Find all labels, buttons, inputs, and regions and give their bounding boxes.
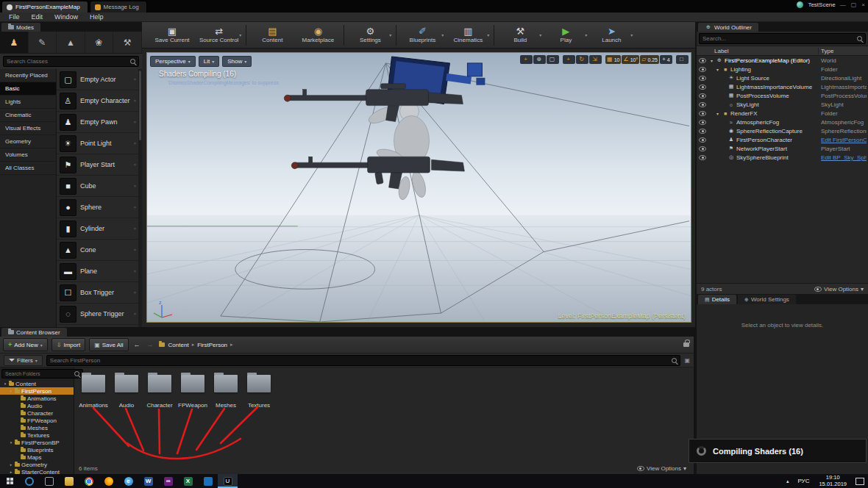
visibility-eye-icon[interactable] [699,102,706,107]
visibility-eye-icon[interactable] [699,58,706,63]
expander-arrow-icon[interactable]: ▸ [9,462,13,467]
menu-item[interactable]: Help [84,13,110,21]
task-view-icon[interactable] [39,474,59,488]
dropdown-caret-icon[interactable]: ▾ [585,32,587,37]
visual-studio-icon[interactable]: ∞ [158,474,178,488]
drag-grip-icon[interactable]: ◦ [134,118,136,126]
folder-tree-row[interactable]: Blueprints [0,446,74,453]
folder-tree-row[interactable]: ▾ FirstPersonBP [0,439,74,446]
placeable-item[interactable]: ▮ Cylinder ◦ [57,218,142,240]
placeable-item[interactable]: ▢ Empty Actor ◦ [57,69,142,90]
visibility-eye-icon[interactable] [699,129,706,134]
outliner-row[interactable]: ⚑ NetworkPlayerStart PlayerStart [697,144,868,153]
language-indicator[interactable]: РУС [793,478,814,484]
save-all-button[interactable]: ▣ Save All [89,338,128,351]
import-button[interactable]: ⇩ Import [51,338,85,351]
play-button[interactable]: ▶ ▾ Play [543,23,588,48]
add-new-button[interactable]: + Add New ▾ [3,338,48,351]
drag-grip-icon[interactable]: ◦ [134,310,136,317]
column-type[interactable]: Type [818,48,868,54]
expander-arrow-icon[interactable]: ▾ [715,67,720,72]
save-current-button[interactable]: ▣ Save Current [149,23,195,48]
filters-button[interactable]: Filters ▾ [4,355,43,366]
start-button[interactable] [0,474,19,488]
outliner-row[interactable]: ▾ ⊕ FirstPersonExampleMap (Editor) World [697,56,868,65]
outliner-search-input[interactable] [702,35,855,42]
lit-button[interactable]: Lit ▾ [199,56,219,67]
folder-tree-row[interactable]: ▾ FirstPerson [0,387,74,395]
outliner-row[interactable]: ▾ ■ RenderFX Folder [697,109,868,118]
forward-button[interactable]: → [146,341,155,348]
outliner-row[interactable]: ▦ LightmassImportanceVolume LightmassImp… [697,82,868,91]
menu-item[interactable]: Window [49,13,84,21]
placeable-item[interactable]: ● Sphere ◦ [57,197,142,218]
geometry-mode-tab[interactable]: ⚒ [113,32,142,53]
grid-snap-toggle[interactable]: ▦ 10 [605,55,621,64]
world-space-icon[interactable]: ⊕ [533,55,546,64]
action-center-icon[interactable] [852,474,868,488]
expander-arrow-icon[interactable]: ▾ [709,58,714,63]
modes-category[interactable]: Volumes [0,148,56,162]
visibility-eye-icon[interactable] [699,155,706,160]
content-folder-tile[interactable]: Textures [246,375,272,409]
place-mode-tab[interactable]: ♟ [0,32,29,53]
modes-category[interactable]: Visual Effects [0,122,56,135]
scale-snap-toggle[interactable]: ▱ 0.25 [640,55,659,64]
outliner-row[interactable]: ▦ PostProcessVolume PostProcessVolum [697,91,868,100]
lock-icon[interactable] [683,342,689,347]
window-button[interactable]: × [861,1,865,8]
breadcrumb-item[interactable]: Content [168,342,189,348]
window-button[interactable]: — [840,1,846,8]
search-classes-input[interactable] [7,58,128,65]
dropdown-caret-icon[interactable]: ▾ [487,32,489,37]
content-folder-tile[interactable]: Audio [113,375,140,409]
perspective-button[interactable]: Perspective ▾ [150,56,196,67]
outliner-row[interactable]: ☀ Light Source DirectionalLight [697,73,868,82]
visibility-eye-icon[interactable] [699,146,706,151]
folder-tree-row[interactable]: Textures [0,431,74,439]
gizmo-cycle-icon[interactable]: + [520,55,533,64]
content-search-input[interactable] [50,357,670,364]
excel-icon[interactable]: X [178,474,198,488]
modes-tab[interactable]: Modes [1,23,40,32]
modes-category[interactable]: Recently Placed [0,69,56,82]
placeable-item[interactable]: ■ Cube ◦ [57,176,142,197]
drag-grip-icon[interactable]: ◦ [134,246,136,254]
landscape-mode-tab[interactable]: ▲ [57,32,85,53]
back-button[interactable]: ← [132,341,142,348]
search-folders-input[interactable] [5,371,72,376]
outliner-view-options[interactable]: View Options ▾ [814,286,864,293]
placeable-item[interactable]: ☐ Box Trigger ◦ [57,282,142,304]
show-button[interactable]: Show ▾ [222,56,252,67]
visibility-eye-icon[interactable] [699,120,706,125]
folder-tree-row[interactable]: Meshes [0,424,74,431]
cinematics-button[interactable]: ▥ ▾ Cinematics [445,23,491,48]
outliner-row[interactable]: ≈ AtmosphericFog AtmosphericFog [697,118,868,126]
drag-grip-icon[interactable]: ◦ [134,204,136,211]
placeable-item[interactable]: ⚑ Player Start ◦ [57,154,142,176]
dropdown-caret-icon[interactable]: ▾ [441,32,444,37]
source-control-button[interactable]: ⇄ ▾ Source Control [195,23,243,48]
menu-item[interactable]: File [3,13,26,21]
unreal-editor-icon[interactable]: U [218,474,238,488]
outliner-row[interactable]: ▾ ■ Lighting Folder [697,65,868,73]
outliner-row[interactable]: ☼ SkyLight SkyLight [697,100,868,109]
folder-tree-row[interactable]: ▾ Content [0,380,74,387]
modes-category[interactable]: All Classes [0,162,56,175]
folder-tree-row[interactable]: Character [0,409,74,417]
placeable-item[interactable]: ♙ Empty Character ◦ [57,90,142,112]
outliner-row[interactable]: ♟ FirstPersonCharacter Edit FirstPersonC [697,135,868,144]
placeable-item[interactable]: ☀ Point Light ◦ [57,133,142,154]
surface-snap-icon[interactable]: ▢ [547,55,559,64]
drag-grip-icon[interactable]: ◦ [134,268,136,275]
visibility-eye-icon[interactable] [699,137,706,143]
expander-arrow-icon[interactable]: ▾ [9,389,13,393]
file-explorer-icon[interactable] [59,474,79,488]
dropdown-caret-icon[interactable]: ▾ [239,32,241,37]
modes-category[interactable]: Basic [0,82,56,96]
visibility-eye-icon[interactable] [699,85,706,90]
marketplace-button[interactable]: ◉ Marketplace [295,23,341,48]
word-icon[interactable]: W [138,474,158,488]
launch-button[interactable]: ➤ ▾ Launch [588,23,634,48]
drag-grip-icon[interactable]: ◦ [134,76,136,83]
